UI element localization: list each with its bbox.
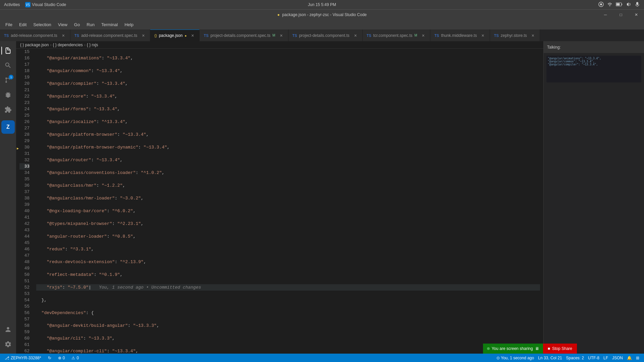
ts-icon: TS bbox=[74, 34, 79, 38]
talking-area: "@angular/animations": "~13.3.4", "@angu… bbox=[544, 53, 644, 88]
window-title: package.json - zephyr-zsc - Visual Studi… bbox=[282, 12, 367, 17]
main-area: 1 Z { } package.json › { } dependencies … bbox=[0, 41, 644, 354]
svg-rect-6 bbox=[622, 4, 622, 5]
activity-debug-icon[interactable] bbox=[1, 88, 15, 102]
activity-bottom bbox=[1, 323, 15, 351]
language-status[interactable]: JSON bbox=[610, 356, 625, 360]
menu-file[interactable]: File bbox=[3, 21, 15, 28]
json-icon: {} bbox=[154, 34, 157, 38]
menu-edit[interactable]: Edit bbox=[16, 21, 29, 28]
menu-terminal[interactable]: Terminal bbox=[99, 21, 120, 28]
source-control-badge: 1 bbox=[9, 75, 13, 79]
menu-view[interactable]: View bbox=[55, 21, 70, 28]
breadcrumb: { } package.json › { } dependencies › { … bbox=[16, 41, 543, 49]
tab-close-icon[interactable]: × bbox=[480, 33, 486, 38]
spaces-status[interactable]: Spaces: 2 bbox=[564, 356, 586, 360]
tab-thunk-middleware[interactable]: TS thunk.middleware.ts × bbox=[430, 29, 490, 41]
errors-status[interactable]: ⊗ 0 bbox=[56, 354, 67, 362]
feedback-status[interactable]: 🔔 bbox=[625, 356, 634, 360]
share-dot-icon bbox=[487, 347, 490, 350]
tab-zephyr-store[interactable]: TS zephyr.store.ts × bbox=[490, 29, 540, 41]
minimize-button[interactable]: ─ bbox=[598, 10, 613, 20]
tab-package-json[interactable]: {} package.json ● × bbox=[150, 29, 200, 41]
tab-project-details-component[interactable]: TS project-details.component.ts × bbox=[288, 29, 363, 41]
activity-source-control-icon[interactable]: 1 bbox=[1, 73, 15, 87]
activity-zoom-icon[interactable]: Z bbox=[1, 120, 15, 134]
datetime: Jun 15 5:49 PM bbox=[308, 2, 336, 7]
talking-label: Talking: bbox=[547, 45, 561, 50]
modified-dot: ● bbox=[277, 12, 280, 17]
line-numbers: 1516171819 2021222324 2526272829 ▶30 313… bbox=[16, 49, 33, 354]
tab-project-details-spec[interactable]: TS project-details.component.spec.ts M × bbox=[200, 29, 288, 41]
line-ending-label: LF bbox=[603, 356, 608, 360]
svg-rect-7 bbox=[616, 3, 620, 5]
breadcrumb-dependencies[interactable]: { } dependencies bbox=[53, 43, 83, 47]
git-branch-icon: ⎇ bbox=[5, 356, 9, 360]
system-bar: Activities VS Visual Studio Code Jun 15 … bbox=[0, 0, 644, 9]
menu-go[interactable]: Go bbox=[71, 21, 83, 28]
editor-area: { } package.json › { } dependencies › { … bbox=[16, 41, 543, 354]
menu-run[interactable]: Run bbox=[84, 21, 97, 28]
right-panel-header: Talking: bbox=[544, 41, 644, 53]
tab-tcr-spec[interactable]: TS tcr.component.spec.ts M × bbox=[363, 29, 430, 41]
layout-status[interactable]: ⊞ bbox=[634, 356, 641, 360]
spaces-label: Spaces: 2 bbox=[566, 356, 584, 360]
breadcrumb-file[interactable]: { } package.json bbox=[20, 43, 49, 47]
stop-icon: ■ bbox=[548, 346, 550, 351]
menu-selection[interactable]: Selection bbox=[31, 21, 54, 28]
mic-icon bbox=[635, 2, 640, 8]
tab-close-icon[interactable]: × bbox=[530, 33, 536, 38]
menu-bar: File Edit Selection View Go Run Terminal… bbox=[0, 19, 644, 29]
breadcrumb-rxjs[interactable]: { } rxjs bbox=[87, 43, 98, 47]
tab-add-release-spec[interactable]: TS add-release.component.spec.ts × bbox=[70, 29, 151, 41]
warnings-status[interactable]: ⚠ 0 bbox=[69, 354, 81, 362]
tab-bar: TS add-release.component.ts × TS add-rel… bbox=[0, 29, 644, 41]
tab-close-icon[interactable]: × bbox=[190, 33, 195, 38]
tab-close-icon[interactable]: × bbox=[421, 33, 426, 38]
restore-button[interactable]: □ bbox=[613, 10, 629, 20]
bell-icon: 🔔 bbox=[627, 356, 632, 360]
right-panel: Talking: "@angular/animations": "~13.3.4… bbox=[543, 41, 644, 354]
status-right: ⊙ You, 1 second ago Ln 33, Col 21 Spaces… bbox=[494, 356, 641, 360]
encoding-status[interactable]: UTF-8 bbox=[586, 356, 601, 360]
line-col-status[interactable]: Ln 33, Col 21 bbox=[536, 356, 564, 360]
git-branch-status[interactable]: ⎇ ZEPHYR-33288* bbox=[3, 354, 43, 362]
activity-extensions-icon[interactable] bbox=[1, 103, 15, 116]
activities-label[interactable]: Activities bbox=[4, 2, 20, 7]
activity-account-icon[interactable] bbox=[1, 323, 15, 336]
svg-text:VS: VS bbox=[26, 3, 30, 7]
menu-help[interactable]: Help bbox=[122, 21, 136, 28]
close-button[interactable]: ✕ bbox=[629, 10, 644, 20]
error-count: 0 bbox=[63, 356, 65, 360]
sync-status[interactable]: ↻ bbox=[46, 354, 53, 362]
screen-share-bar: You are screen sharing 🖥 ■ Stop Share bbox=[483, 344, 577, 354]
error-icon: ⊗ bbox=[58, 356, 61, 360]
tab-close-icon[interactable]: × bbox=[353, 33, 358, 38]
code-content[interactable]: "@angular/animations": "~13.3.4", "@angu… bbox=[33, 49, 543, 354]
network-icon bbox=[598, 2, 604, 8]
ts-icon: TS bbox=[204, 34, 208, 38]
activity-settings-icon[interactable] bbox=[1, 338, 15, 351]
stop-share-button[interactable]: ■ Stop Share bbox=[543, 344, 577, 354]
tab-close-icon[interactable]: × bbox=[279, 33, 284, 38]
warning-count: 0 bbox=[76, 356, 79, 360]
status-bar: ⎇ ZEPHYR-33288* ↻ ⊗ 0 ⚠ 0 ⊙ You, 1 secon… bbox=[0, 354, 644, 362]
tab-add-release-component[interactable]: TS add-release.component.ts × bbox=[0, 29, 70, 41]
line-ending-status[interactable]: LF bbox=[601, 356, 610, 360]
wifi-icon bbox=[607, 2, 612, 8]
tab-close-icon[interactable]: × bbox=[141, 33, 146, 38]
ts-icon: TS bbox=[494, 34, 499, 38]
language-label: JSON bbox=[612, 356, 623, 360]
screen-share-indicator: You are screen sharing 🖥 bbox=[483, 344, 543, 354]
activity-search-icon[interactable] bbox=[1, 59, 15, 72]
warning-icon: ⚠ bbox=[71, 356, 75, 360]
tab-close-icon[interactable]: × bbox=[61, 33, 66, 38]
encoding-label: UTF-8 bbox=[588, 356, 599, 360]
code-editor[interactable]: 1516171819 2021222324 2526272829 ▶30 313… bbox=[16, 49, 543, 354]
svg-point-10 bbox=[5, 77, 7, 79]
sync-icon: ↻ bbox=[48, 356, 51, 360]
git-user-status[interactable]: ⊙ You, 1 second ago bbox=[494, 356, 536, 360]
activity-files-icon[interactable] bbox=[1, 44, 15, 57]
git-user-label: ⊙ You, 1 second ago bbox=[496, 356, 534, 360]
app-name: VS Visual Studio Code bbox=[25, 2, 66, 7]
